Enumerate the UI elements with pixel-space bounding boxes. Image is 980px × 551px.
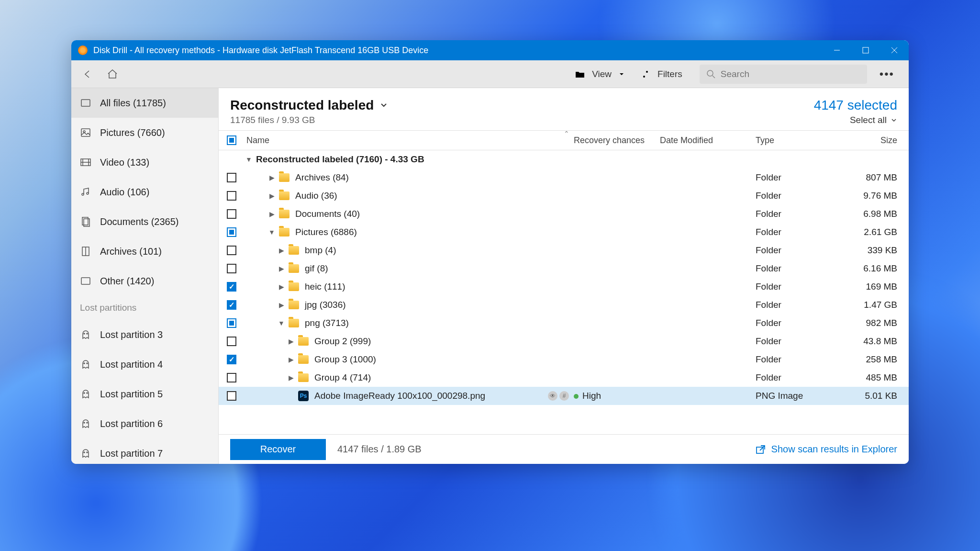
expand-icon[interactable]: ▶ [277, 283, 286, 291]
app-icon [78, 45, 88, 55]
search-input[interactable] [721, 69, 860, 79]
recover-button[interactable]: Recover [230, 439, 326, 460]
expand-icon[interactable]: ▶ [287, 356, 295, 363]
row-name: heic (111) [305, 281, 345, 292]
file-list[interactable]: ▼Reconstructed labeled (7160) - 4.33 GB … [219, 150, 909, 434]
folder-row[interactable]: ▶ Documents (40) Folder 6.98 MB [219, 205, 909, 223]
folder-row[interactable]: ▶ heic (111) Folder 169 MB [219, 278, 909, 296]
sidebar-partition-item[interactable]: Lost partition 5 [71, 379, 218, 409]
row-name: Documents (40) [295, 209, 360, 219]
folder-row[interactable]: ▶ bmp (4) Folder 339 KB [219, 241, 909, 259]
expand-icon[interactable]: ▶ [277, 265, 286, 272]
column-type[interactable]: Type [756, 135, 837, 146]
row-type: Folder [756, 336, 837, 347]
row-checkbox[interactable] [227, 318, 236, 328]
folder-row[interactable]: ▶ Audio (36) Folder 9.76 MB [219, 187, 909, 205]
more-menu[interactable]: ••• [871, 67, 903, 81]
window-title: Disk Drill - All recovery methods - Hard… [93, 45, 823, 56]
filters-button[interactable]: Filters [635, 64, 691, 85]
row-type: Folder [756, 209, 837, 219]
column-size[interactable]: Size [837, 135, 909, 146]
row-checkbox[interactable] [227, 264, 236, 273]
expand-icon[interactable]: ▼ [267, 228, 276, 236]
svg-point-30 [84, 422, 85, 423]
view-dropdown[interactable]: View [569, 64, 631, 85]
folder-row[interactable]: ▶ jpg (3036) Folder 1.47 GB [219, 296, 909, 314]
show-in-explorer-link[interactable]: Show scan results in Explorer [755, 444, 897, 455]
folder-row[interactable]: ▶ Group 4 (714) Folder 485 MB [219, 369, 909, 387]
sidebar-item[interactable]: All files (11785) [71, 88, 218, 118]
row-size: 6.16 MB [837, 263, 909, 274]
titlebar: Disk Drill - All recovery methods - Hard… [71, 40, 909, 60]
sidebar-item[interactable]: Video (133) [71, 147, 218, 177]
expand-icon[interactable]: ▶ [267, 192, 276, 200]
maximize-button[interactable] [851, 40, 880, 60]
svg-point-24 [84, 333, 85, 334]
folder-icon [289, 301, 299, 309]
row-checkbox[interactable] [227, 282, 236, 292]
sidebar-partition-item[interactable]: Lost partition 6 [71, 409, 218, 439]
row-checkbox[interactable] [227, 300, 236, 310]
sort-indicator-icon: ⌃ [564, 130, 569, 137]
sidebar-partition-item[interactable]: Lost partition 3 [71, 320, 218, 349]
sidebar-partition-item[interactable]: Lost partition 4 [71, 349, 218, 379]
view-label: View [589, 69, 614, 79]
folder-row[interactable]: ▶ gif (8) Folder 6.16 MB [219, 259, 909, 278]
group-header-row[interactable]: ▼Reconstructed labeled (7160) - 4.33 GB [219, 150, 909, 169]
row-size: 485 MB [837, 372, 909, 383]
folder-row[interactable]: ▼ png (3713) Folder 982 MB [219, 314, 909, 332]
sidebar-partition-item[interactable]: Lost partition 7 [71, 439, 218, 464]
audio-icon [80, 186, 91, 198]
select-all-dropdown[interactable]: Select all [814, 115, 897, 125]
ghost-icon [80, 359, 91, 370]
column-name[interactable]: Name [245, 135, 574, 146]
row-checkbox[interactable] [227, 227, 236, 237]
home-button[interactable] [102, 64, 123, 85]
collapse-icon[interactable]: ▼ [245, 156, 253, 163]
row-checkbox[interactable] [227, 191, 236, 201]
main-title[interactable]: Reconstructed labeled [230, 98, 388, 113]
row-checkbox[interactable] [227, 391, 236, 401]
column-date[interactable]: Date Modified [660, 135, 756, 146]
row-checkbox[interactable] [227, 173, 236, 182]
pictures-icon [80, 127, 91, 138]
sidebar-item[interactable]: Documents (2365) [71, 207, 218, 236]
expand-icon[interactable]: ▶ [277, 247, 286, 254]
expand-icon[interactable]: ▶ [287, 337, 295, 345]
folder-row[interactable]: ▶ Group 3 (1000) Folder 258 MB [219, 350, 909, 369]
row-recovery: High [574, 391, 660, 401]
preview-icon[interactable]: 👁 [548, 391, 557, 401]
sidebar-item[interactable]: Other (1420) [71, 266, 218, 296]
svg-point-29 [87, 393, 88, 394]
column-recovery[interactable]: Recovery chances [574, 135, 660, 146]
chevron-down-icon [891, 117, 897, 124]
file-row[interactable]: Ps Adobe ImageReady 100x100_000298.png 👁… [219, 387, 909, 405]
row-checkbox[interactable] [227, 355, 236, 364]
row-type: Folder [756, 263, 837, 274]
row-checkbox[interactable] [227, 246, 236, 255]
sidebar-item[interactable]: Audio (106) [71, 177, 218, 207]
row-checkbox[interactable] [227, 337, 236, 346]
folder-row[interactable]: ▼ Pictures (6886) Folder 2.61 GB [219, 223, 909, 241]
ghost-icon [80, 448, 91, 459]
expand-icon[interactable]: ▼ [277, 319, 286, 327]
expand-icon[interactable]: ▶ [267, 174, 276, 181]
folder-row[interactable]: ▶ Archives (84) Folder 807 MB [219, 169, 909, 187]
hex-icon[interactable]: # [559, 391, 569, 401]
row-checkbox[interactable] [227, 373, 236, 382]
search-box[interactable] [700, 65, 867, 84]
select-all-checkbox[interactable] [227, 135, 236, 145]
back-button[interactable] [77, 64, 98, 85]
sidebar-item[interactable]: Archives (101) [71, 236, 218, 266]
folder-icon [279, 228, 290, 236]
expand-icon[interactable]: ▶ [267, 210, 276, 218]
expand-icon[interactable]: ▶ [287, 374, 295, 382]
svg-point-27 [87, 363, 88, 364]
row-size: 9.76 MB [837, 191, 909, 201]
expand-icon[interactable]: ▶ [277, 301, 286, 309]
row-checkbox[interactable] [227, 209, 236, 219]
sidebar-item[interactable]: Pictures (7660) [71, 118, 218, 147]
close-button[interactable] [880, 40, 909, 60]
minimize-button[interactable] [823, 40, 851, 60]
folder-row[interactable]: ▶ Group 2 (999) Folder 43.8 MB [219, 332, 909, 350]
